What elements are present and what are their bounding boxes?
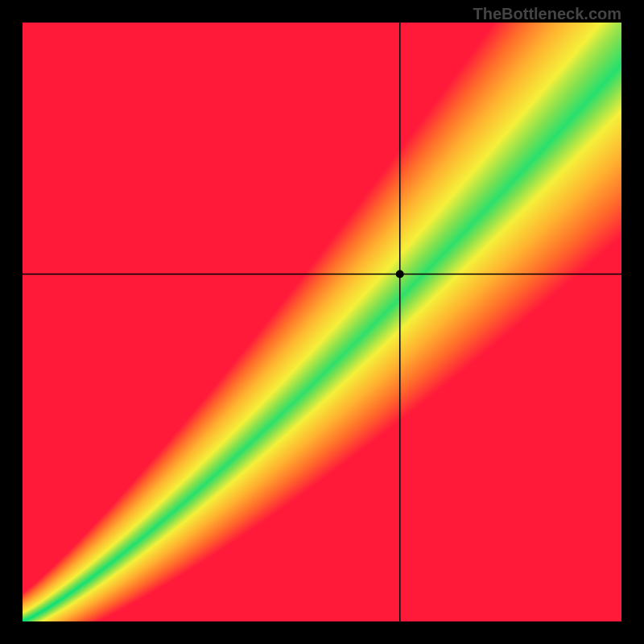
chart-container: TheBottleneck.com — [0, 0, 644, 644]
watermark-text: TheBottleneck.com — [473, 5, 621, 23]
heatmap-canvas — [0, 0, 644, 644]
